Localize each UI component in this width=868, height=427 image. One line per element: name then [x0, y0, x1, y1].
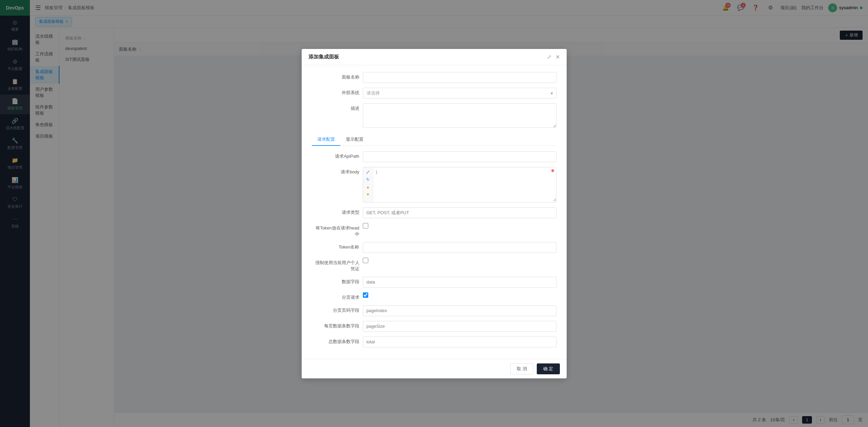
external-system-control: 请选择 — [363, 88, 556, 99]
form-row-page-size: 每页数据条数字段 — [312, 321, 556, 332]
token-checkbox-row — [363, 223, 556, 228]
total-input[interactable] — [363, 337, 556, 347]
paginated-checkbox-row — [363, 292, 556, 298]
token-in-head-control — [363, 223, 556, 228]
data-field-input[interactable] — [363, 277, 556, 288]
page-size-label: 每页数据条数字段 — [312, 321, 359, 329]
modal-tabs: 请求配置 显示配置 — [312, 134, 556, 146]
form-row-api-path: 请求ApiPath — [312, 151, 556, 162]
tab-request-config[interactable]: 请求配置 — [312, 134, 340, 146]
form-row-token-name: Token名称 — [312, 242, 556, 253]
form-row-paginated: 分页请求 — [312, 292, 556, 301]
api-path-label: 请求ApiPath — [312, 151, 359, 159]
token-in-head-label: 将Token放在请求head中 — [312, 223, 359, 237]
request-body-control: ⤢ ↻ ▲ ▼ 1 — [363, 167, 556, 203]
token-name-label: Token名称 — [312, 242, 359, 250]
page-size-input[interactable] — [363, 321, 556, 332]
panel-name-control — [363, 72, 556, 83]
external-system-select[interactable]: 请选择 — [363, 88, 556, 99]
cancel-button[interactable]: 取 消 — [510, 363, 533, 374]
code-editor-toolbar: ⤢ ↻ ▲ ▼ — [363, 167, 373, 202]
modal-close-btn[interactable]: ✕ — [555, 54, 560, 60]
modal: 添加集成面板 ⤢ ✕ 面板名称 外部系统 请选择 — [302, 49, 567, 378]
api-path-control — [363, 151, 556, 162]
force-user-cert-checkbox[interactable] — [363, 258, 368, 263]
request-type-control — [363, 207, 556, 218]
description-textarea[interactable] — [363, 103, 556, 128]
page-index-input[interactable] — [363, 305, 556, 316]
request-body-label: 请求body — [312, 167, 359, 175]
refresh-code-icon[interactable]: ↻ — [365, 177, 371, 182]
paginated-control — [363, 292, 556, 298]
data-field-control — [363, 277, 556, 288]
page-index-label: 分页页码字段 — [312, 305, 359, 313]
description-label: 描述 — [312, 103, 359, 112]
tab-display-config[interactable]: 显示配置 — [340, 134, 369, 146]
expand-code-icon[interactable]: ⤢ — [365, 169, 371, 175]
modal-header-actions: ⤢ ✕ — [547, 54, 560, 60]
paginated-label: 分页请求 — [312, 292, 359, 301]
request-type-input[interactable] — [363, 207, 556, 218]
total-label: 总数据条数字段 — [312, 337, 359, 345]
modal-overlay[interactable]: 添加集成面板 ⤢ ✕ 面板名称 外部系统 请选择 — [0, 0, 868, 427]
modal-expand-btn[interactable]: ⤢ — [547, 54, 551, 60]
form-row-token-in-head: 将Token放在请求head中 — [312, 223, 556, 237]
total-control — [363, 337, 556, 347]
force-user-cert-control — [363, 258, 556, 263]
form-row-external-system: 外部系统 请选择 — [312, 88, 556, 99]
panel-name-input[interactable] — [363, 72, 556, 83]
token-in-head-checkbox[interactable] — [363, 223, 368, 228]
form-row-request-type: 请求类型 — [312, 207, 556, 218]
code-error-indicator — [551, 169, 554, 172]
force-cert-checkbox-row — [363, 258, 556, 263]
page-size-control — [363, 321, 556, 332]
form-row-description: 描述 — [312, 103, 556, 129]
code-editor-textarea[interactable] — [363, 167, 556, 201]
form-row-total: 总数据条数字段 — [312, 337, 556, 347]
form-row-force-user-cert: 强制使用当前用户个人凭证 — [312, 258, 556, 272]
modal-title: 添加集成面板 — [308, 54, 339, 60]
fold-down-icon[interactable]: ▼ — [365, 192, 371, 197]
request-type-label: 请求类型 — [312, 207, 359, 216]
force-user-cert-label: 强制使用当前用户个人凭证 — [312, 258, 359, 272]
form-row-data-field: 数据字段 — [312, 277, 556, 288]
modal-footer: 取 消 确 定 — [302, 359, 567, 378]
token-name-input[interactable] — [363, 242, 556, 253]
fold-up-icon[interactable]: ▲ — [365, 184, 371, 190]
panel-name-label: 面板名称 — [312, 72, 359, 80]
confirm-button[interactable]: 确 定 — [537, 363, 560, 374]
form-row-page-index: 分页页码字段 — [312, 305, 556, 316]
code-editor-container: ⤢ ↻ ▲ ▼ 1 — [363, 167, 556, 203]
page-index-control — [363, 305, 556, 316]
token-name-control — [363, 242, 556, 253]
external-system-label: 外部系统 — [312, 88, 359, 96]
form-row-panel-name: 面板名称 — [312, 72, 556, 83]
form-row-request-body: 请求body ⤢ ↻ ▲ ▼ 1 — [312, 167, 556, 203]
paginated-checkbox[interactable] — [363, 292, 368, 298]
api-path-input[interactable] — [363, 151, 556, 162]
modal-header: 添加集成面板 ⤢ ✕ — [302, 49, 567, 65]
data-field-label: 数据字段 — [312, 277, 359, 285]
description-control — [363, 103, 556, 129]
modal-body: 面板名称 外部系统 请选择 描述 — [302, 65, 567, 359]
